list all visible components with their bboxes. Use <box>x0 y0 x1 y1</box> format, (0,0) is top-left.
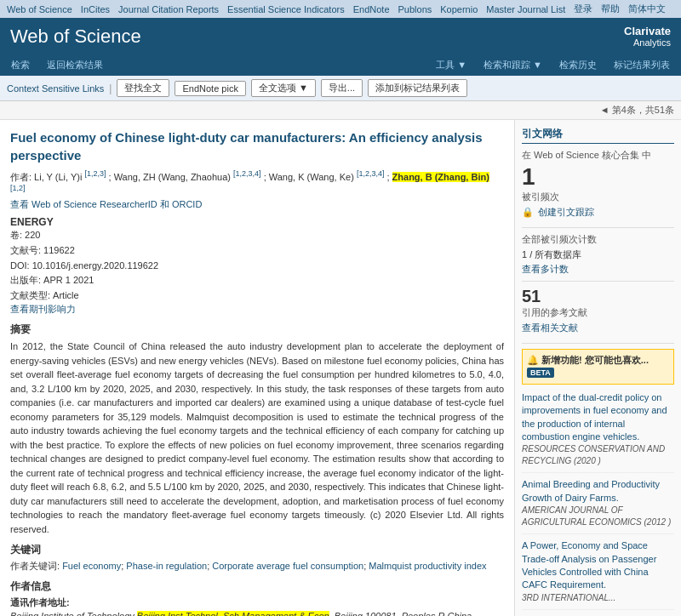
all-freq-section: 全部被引频次计数 1 / 所有数据库 查看多计数 <box>522 233 674 276</box>
volume-info: 卷: 220 <box>10 228 504 243</box>
back-to-results-button[interactable]: 返回检索结果 <box>43 57 107 73</box>
search-track-dropdown[interactable]: 检索和跟踪 ▼ <box>479 57 547 73</box>
nav-endnote[interactable]: EndNote <box>353 4 390 14</box>
context-sensitive-links[interactable]: Context Sensitive Links <box>7 83 104 94</box>
nav-publons[interactable]: Publons <box>398 4 432 14</box>
abstract-text: In 2012, the State Council of China rele… <box>10 339 504 536</box>
marked-list-button[interactable]: 标记结果列表 <box>609 57 674 73</box>
nav-kopernio[interactable]: Kopernio <box>440 4 478 14</box>
keywords-line: 作者关键词: Fuel economy; Phase-in regulation… <box>10 560 504 573</box>
citation-network-section: 引文网络 在 Web of Science 核心合集 中 1 被引频次 🔒 创建… <box>522 127 674 219</box>
keyword-4[interactable]: Malmquist productivity index <box>369 561 486 571</box>
doi: DOI: 10.1016/j.energy.2020.119622 <box>10 259 504 274</box>
site-title: Web of Science <box>10 26 141 48</box>
all-freq-count: 1 / 所有数据库 <box>522 248 674 261</box>
nav-login[interactable]: 登录 <box>574 3 592 15</box>
keywords-heading: 关键词 <box>10 543 504 557</box>
toolbar: 检索 返回检索结果 工具 ▼ 检索和跟踪 ▼ 检索历史 标记结果列表 <box>0 54 681 76</box>
related-article-1-source: RESOURCES CONSERVATION AND RECYCLING (20… <box>522 443 674 467</box>
related-article-3-link[interactable]: A Power, Economy and Space Trade-off Ana… <box>522 540 656 590</box>
citation-count: 1 <box>522 164 674 191</box>
panel-divider-1 <box>522 227 674 228</box>
nav-mjl[interactable]: Master Journal List <box>486 4 565 14</box>
pagination-text: ◄ 第4条，共51条 <box>600 105 674 115</box>
full-record-button[interactable]: 全文选项 ▼ <box>251 79 316 97</box>
journal-impact-link[interactable]: 查看期刊影响力 <box>10 304 76 314</box>
action-bar: Context Sensitive Links | 登找全文 EndNote p… <box>0 76 681 101</box>
authors-line: 作者: Li, Y (Li, Y)i [1,2,3] ; Wang, ZH (W… <box>10 169 504 196</box>
keyword-1[interactable]: Fuel economy <box>62 561 121 571</box>
create-citation-text: 创建引文跟踪 <box>538 207 594 217</box>
references-label: 引用的参考文献 <box>522 306 674 319</box>
pagination-bar: ◄ 第4条，共51条 <box>0 101 681 120</box>
journal-name: ENERGY <box>10 216 504 228</box>
abstract-heading: 摘要 <box>10 322 504 337</box>
beta-badge: BETA <box>527 368 554 378</box>
related-article-2-source: AMERICAN JOURNAL OF AGRICULTURAL ECONOMI… <box>522 505 674 528</box>
highlighted-author: Zhang, B (Zhang, Bin) <box>392 172 489 182</box>
endnote-pick-button[interactable]: EndNote pick <box>175 81 245 96</box>
citation-label: 被引频次 <box>522 191 674 203</box>
toolbar-right: 工具 ▼ 检索和跟踪 ▼ 检索历史 标记结果列表 <box>432 57 674 73</box>
related-article-3: A Power, Economy and Space Trade-off Ana… <box>522 539 674 610</box>
right-panel: 引文网络 在 Web of Science 核心合集 中 1 被引频次 🔒 创建… <box>515 120 681 616</box>
related-article-3-source: 3RD INTERNATIONAL... <box>522 592 674 604</box>
search-button[interactable]: 检索 <box>7 57 34 73</box>
reprint-address: Beijing Institute of Technology Beijing … <box>10 609 504 616</box>
related-article-2: Animal Breeding and Productivity Growth … <box>522 478 674 534</box>
researcher-id-line: 查看 Web of Science ResearcherID 和 ORCID <box>10 198 504 211</box>
nav-jcr[interactable]: Journal Citation Reports <box>118 4 219 14</box>
keyword-2[interactable]: Phase-in regulation <box>126 561 207 571</box>
keywords-label: 作者关键词: <box>10 561 60 571</box>
nav-incites[interactable]: InCites <box>81 4 110 14</box>
related-article-1: Impact of the dual-credit policy on impr… <box>522 391 674 474</box>
author-info-heading: 作者信息 <box>10 579 504 594</box>
new-feature-box: 🔔 新增功能! 您可能也喜欢... BETA <box>522 349 674 385</box>
create-citation-link[interactable]: 🔒 创建引文跟踪 <box>522 206 674 219</box>
find-fulltext-button[interactable]: 登找全文 <box>117 79 169 97</box>
toolbar-left: 检索 返回检索结果 <box>7 57 107 73</box>
export-button[interactable]: 导出... <box>321 79 363 97</box>
article-number: 文献号: 119622 <box>10 243 504 259</box>
nav-lang[interactable]: 简体中文 <box>628 3 666 15</box>
authors-label: 作者: Li, Y (Li, Y)i <box>10 172 84 182</box>
researcher-id-link[interactable]: 查看 Web of Science ResearcherID 和 ORCID <box>10 199 202 209</box>
lock-icon: 🔒 <box>522 207 534 217</box>
pub-date: 出版年: APR 1 2021 <box>10 273 504 288</box>
reprint-affil-highlight: Beijing Inst Technol, Sch Management & E… <box>137 611 329 616</box>
clarivate-tagline: Analytics <box>624 37 671 48</box>
add-to-marked-button[interactable]: 添加到标记结果列表 <box>368 79 467 97</box>
author-info-section: 作者信息 通讯作者地址: Beijing Institute of Techno… <box>10 579 504 616</box>
journal-section: ENERGY 卷: 220 文献号: 119622 DOI: 10.1016/j… <box>10 216 504 316</box>
wos-core-label: 在 Web of Science 核心合集 中 <box>522 149 674 162</box>
panel-divider-3 <box>522 343 674 344</box>
new-feature-title: 🔔 新增功能! 您可能也喜欢... BETA <box>527 354 669 377</box>
top-navigation: Web of Science InCites Journal Citation … <box>0 0 681 18</box>
tools-dropdown[interactable]: 工具 ▼ <box>432 57 471 73</box>
more-count-link[interactable]: 查看多计数 <box>522 263 674 276</box>
article-title: Fuel economy of Chinese light-duty car m… <box>10 128 504 164</box>
panel-divider-2 <box>522 281 674 282</box>
article-content: Fuel economy of Chinese light-duty car m… <box>0 120 515 616</box>
nav-esi[interactable]: Essential Science Indicators <box>227 4 345 14</box>
view-related-link[interactable]: 查看相关文献 <box>522 322 674 334</box>
related-article-1-link[interactable]: Impact of the dual-credit policy on impr… <box>522 392 667 442</box>
page-header: Web of Science Clarivate Analytics <box>0 18 681 54</box>
nav-wos[interactable]: Web of Science <box>7 4 72 14</box>
references-count: 51 <box>522 287 674 306</box>
main-content: Fuel economy of Chinese light-duty car m… <box>0 120 681 616</box>
citation-network-title: 引文网络 <box>522 127 674 144</box>
references-section: 51 引用的参考文献 查看相关文献 <box>522 287 674 334</box>
nav-help[interactable]: 帮助 <box>601 3 620 15</box>
all-freq-title: 全部被引频次计数 <box>522 233 674 246</box>
clarivate-logo: Clarivate Analytics <box>624 25 671 48</box>
reprint-heading: 通讯作者地址: <box>10 596 504 609</box>
doc-type: 文献类型: Article <box>10 288 504 304</box>
search-history-button[interactable]: 检索历史 <box>555 57 601 73</box>
clarivate-name: Clarivate <box>624 25 671 37</box>
keyword-3[interactable]: Corporate average fuel consumption <box>212 561 363 571</box>
related-article-2-link[interactable]: Animal Breeding and Productivity Growth … <box>522 479 660 502</box>
